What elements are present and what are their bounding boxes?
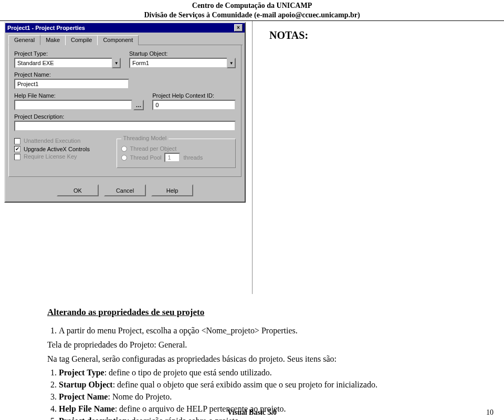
article-body: Alterando as propriedades de seu projeto… bbox=[0, 294, 504, 420]
item-desc: : Nome do Projeto. bbox=[108, 392, 172, 401]
footer-center: Visual Basic 5.0 bbox=[0, 408, 504, 417]
article-intro: Na tag General, serão configuradas as pr… bbox=[47, 354, 457, 365]
ok-button[interactable]: OK bbox=[57, 184, 99, 196]
context-id-input[interactable] bbox=[152, 100, 236, 110]
project-description-label: Project Description: bbox=[14, 113, 236, 120]
project-description-input[interactable] bbox=[14, 121, 236, 131]
item-term: Startup Object bbox=[59, 380, 113, 389]
dialog-tabs: General Make Compile Component bbox=[8, 35, 243, 45]
license-checkbox bbox=[14, 154, 20, 160]
unattended-checkbox bbox=[14, 138, 20, 144]
tab-general[interactable]: General bbox=[8, 35, 40, 45]
header-line2: Divisão de Serviços à Comunidade (e-mail… bbox=[0, 10, 504, 20]
item-term: Project Type bbox=[59, 368, 104, 377]
help-button[interactable]: Help bbox=[151, 184, 193, 196]
left-column: Project1 - Project Properties × General … bbox=[0, 21, 252, 203]
thread-per-object-label: Thread per Object bbox=[130, 145, 177, 152]
upgrade-activex-checkbox[interactable]: ✔ bbox=[14, 146, 20, 152]
right-column: NOTAS: bbox=[252, 21, 504, 294]
screenshot-caption: Tela de propriedades do Projeto: General… bbox=[47, 340, 457, 351]
list-item: Project Type: define o tipo de projeto q… bbox=[59, 368, 457, 379]
dialog-title: Project1 - Project Properties bbox=[7, 25, 234, 31]
article-step-list: A partir do menu Project, escolha a opçã… bbox=[59, 326, 457, 337]
dialog-button-row: OK Cancel Help bbox=[5, 180, 245, 202]
page-header: Centro de Computação da UNICAMP Divisão … bbox=[0, 0, 504, 19]
project-name-input[interactable] bbox=[14, 79, 129, 89]
tab-make[interactable]: Make bbox=[40, 35, 66, 45]
item-desc: : define qual o objeto que será exibido … bbox=[113, 380, 377, 389]
threading-model-group: Threading Model Thread per Object Thread… bbox=[117, 139, 236, 168]
thread-per-object-radio bbox=[121, 146, 127, 152]
unattended-label: Unattended Execution bbox=[24, 138, 80, 144]
project-name-label: Project Name: bbox=[14, 71, 129, 78]
help-file-label: Help File Name: bbox=[14, 92, 144, 99]
project-type-select[interactable] bbox=[14, 58, 112, 68]
item-term: Project Name bbox=[59, 392, 108, 401]
browse-button[interactable]: … bbox=[133, 100, 144, 110]
dialog-titlebar: Project1 - Project Properties × bbox=[5, 23, 245, 33]
startup-object-select[interactable] bbox=[129, 58, 227, 68]
article-step-1: A partir do menu Project, escolha a opçã… bbox=[59, 326, 457, 337]
list-item: Startup Object: define qual o objeto que… bbox=[59, 380, 457, 391]
chevron-down-icon[interactable]: ▼ bbox=[112, 58, 121, 68]
thread-pool-label: Thread Pool bbox=[130, 154, 162, 161]
startup-object-label: Startup Object: bbox=[129, 50, 236, 57]
item-desc: : define o tipo de projeto que está send… bbox=[104, 368, 272, 377]
thread-pool-count: 1 bbox=[164, 153, 180, 162]
cancel-button[interactable]: Cancel bbox=[104, 184, 146, 196]
tab-general-pane: Project Type: ▼ Startup Object: ▼ bbox=[8, 45, 242, 177]
tab-compile[interactable]: Compile bbox=[65, 35, 98, 45]
context-id-label: Project Help Context ID: bbox=[152, 92, 236, 99]
list-item: Project Name: Nome do Projeto. bbox=[59, 392, 457, 403]
threading-legend: Threading Model bbox=[121, 135, 169, 141]
thread-pool-radio bbox=[121, 155, 127, 161]
page-number: 10 bbox=[486, 408, 494, 417]
close-icon[interactable]: × bbox=[234, 24, 243, 32]
license-label: Require License Key bbox=[24, 153, 77, 160]
chevron-down-icon[interactable]: ▼ bbox=[227, 58, 236, 68]
upgrade-activex-label: Upgrade ActiveX Controls bbox=[24, 146, 90, 152]
notes-heading: NOTAS: bbox=[269, 29, 494, 41]
header-line1: Centro de Computação da UNICAMP bbox=[0, 1, 504, 10]
page-footer: Visual Basic 5.0 10 bbox=[0, 408, 504, 417]
project-type-label: Project Type: bbox=[14, 50, 121, 57]
thread-pool-suffix-label: threads bbox=[183, 154, 203, 161]
tab-component[interactable]: Component bbox=[97, 35, 139, 45]
help-file-input[interactable] bbox=[14, 100, 132, 110]
project-properties-dialog: Project1 - Project Properties × General … bbox=[4, 22, 246, 203]
article-title: Alterando as propriedades de seu projeto bbox=[47, 307, 457, 318]
